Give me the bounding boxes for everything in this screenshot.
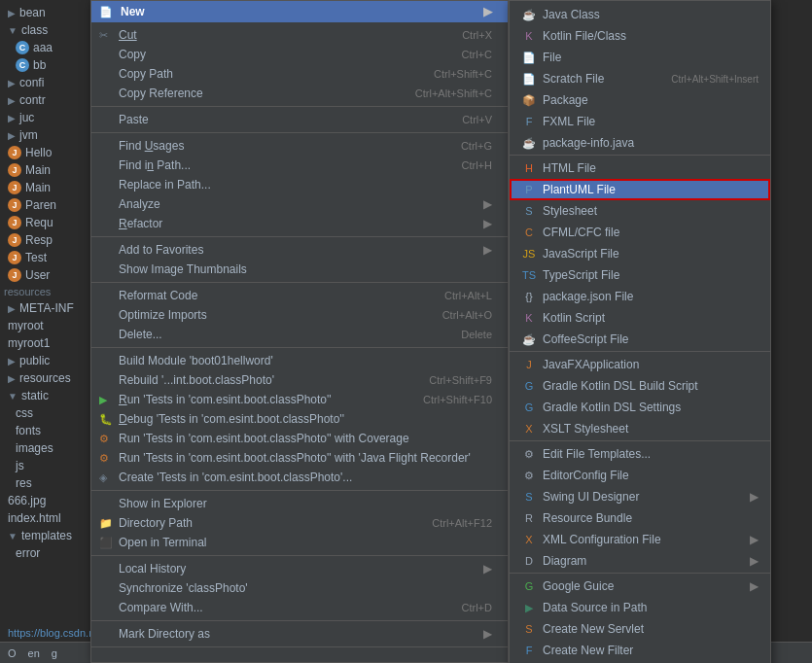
menu-item-delete[interactable]: Delete... Delete <box>91 325 508 344</box>
sidebar-item-user[interactable]: J User <box>0 266 97 284</box>
sidebar-item-js[interactable]: js <box>0 457 97 474</box>
sidebar-item-images[interactable]: images <box>0 439 97 457</box>
sidebar-label-confi: confi <box>19 76 44 89</box>
right-item-diagram[interactable]: D Diagram ▶ <box>510 550 770 574</box>
menu-item-copy-reference[interactable]: Copy Reference Ctrl+Alt+Shift+C <box>91 84 508 103</box>
menu-item-optimize[interactable]: Optimize Imports Ctrl+Alt+O <box>91 305 508 325</box>
menu-item-run-tests[interactable]: ▶ Run 'Tests in 'com.esint.boot.classPho… <box>91 390 508 409</box>
menu-item-run-coverage[interactable]: ⚙ Run 'Tests in 'com.esint.boot.classPho… <box>91 429 508 448</box>
menu-item-show-explorer[interactable]: Show in Explorer <box>91 494 508 513</box>
right-item-json-file[interactable]: {} package.json File <box>510 286 770 307</box>
sidebar-item-static[interactable]: ▼ static <box>0 387 97 404</box>
menu-item-analyze[interactable]: Analyze ▶ <box>91 194 508 214</box>
right-item-javafx[interactable]: J JavaFXApplication <box>510 354 770 375</box>
right-item-plantuml-file[interactable]: P PlantUML File <box>510 179 770 200</box>
menu-item-replace-in-path[interactable]: Replace in Path... <box>91 175 508 194</box>
menu-item-cut[interactable]: ✂ Cut Ctrl+X <box>91 25 508 45</box>
menu-item-compare-with[interactable]: Compare With... Ctrl+D <box>91 598 508 617</box>
cut-icon: ✂ <box>99 29 108 42</box>
menu-item-add-favorites[interactable]: Add to Favorites ▶ <box>91 240 508 260</box>
sidebar-item-contr[interactable]: ▶ contr <box>0 91 97 109</box>
sidebar-item-juc[interactable]: ▶ juc <box>0 109 97 126</box>
sidebar-item-myroot1[interactable]: myroot1 <box>0 334 97 352</box>
right-item-gradle-build[interactable]: G Gradle Kotlin DSL Build Script <box>510 375 770 397</box>
right-item-gradle-settings[interactable]: G Gradle Kotlin DSL Settings <box>510 397 770 418</box>
sidebar-item-index[interactable]: index.html <box>0 509 97 527</box>
sidebar-item-test[interactable]: J Test <box>0 249 97 266</box>
sidebar-item-meta-inf[interactable]: ▶ META-INF <box>0 299 97 317</box>
sidebar-item-666[interactable]: 666.jpg <box>0 492 97 509</box>
right-item-kotlin-script[interactable]: K Kotlin Script <box>510 307 770 329</box>
sidebar-item-bean[interactable]: ▶ bean <box>0 4 97 21</box>
right-item-cfml[interactable]: C CFML/CFC file <box>510 222 770 243</box>
menu-item-debug-tests[interactable]: 🐛 Debug 'Tests in 'com.esint.boot.classP… <box>91 409 508 429</box>
sidebar-item-fonts[interactable]: fonts <box>0 422 97 439</box>
right-item-stylesheet[interactable]: S Stylesheet <box>510 200 770 222</box>
filter-icon: F <box>521 643 537 658</box>
menu-item-run-flight[interactable]: ⚙ Run 'Tests in 'com.esint.boot.classPho… <box>91 448 508 468</box>
menu-item-copy-path[interactable]: Copy Path Ctrl+Shift+C <box>91 64 508 84</box>
menu-item-new[interactable]: 📄 New ▶ <box>91 1 508 22</box>
menu-item-find-in-path[interactable]: Find in Path... Ctrl+H <box>91 156 508 175</box>
sidebar-item-res[interactable]: res <box>0 474 97 492</box>
right-item-edit-templates[interactable]: ⚙ Edit File Templates... <box>510 443 770 465</box>
right-item-kotlin-file[interactable]: K Kotlin File/Class <box>510 25 770 47</box>
menu-item-open-terminal[interactable]: ⬛ Open in Terminal <box>91 533 508 552</box>
menu-section-format: Reformat Code Ctrl+Alt+L Optimize Import… <box>91 283 508 348</box>
right-item-file[interactable]: 📄 File <box>510 47 770 68</box>
right-item-data-source[interactable]: ▶ Data Source in Path <box>510 597 770 618</box>
sidebar-item-myroot[interactable]: myroot <box>0 317 97 334</box>
kotlin-file-icon: K <box>521 28 537 44</box>
sidebar-item-class[interactable]: ▼ class <box>0 21 97 39</box>
right-item-java-class[interactable]: ☕ Java Class <box>510 4 770 25</box>
java-icon-paren: J <box>8 198 21 212</box>
right-item-js-file[interactable]: JS JavaScript File <box>510 243 770 264</box>
menu-item-reformat[interactable]: Reformat Code Ctrl+Alt+L <box>91 286 508 305</box>
right-item-coffee[interactable]: ☕ CoffeeScript File <box>510 329 770 352</box>
sidebar-item-jvm[interactable]: ▶ jvm <box>0 126 97 144</box>
sidebar-item-error[interactable]: error <box>0 544 97 562</box>
menu-item-paste[interactable]: Paste Ctrl+V <box>91 110 508 129</box>
right-item-create-filter[interactable]: F Create New Filter <box>510 640 770 661</box>
right-item-ts-file[interactable]: TS TypeScript File <box>510 264 770 286</box>
sidebar-item-hello[interactable]: J Hello <box>0 144 97 161</box>
right-item-editorconfig[interactable]: ⚙ EditorConfig File <box>510 465 770 486</box>
right-item-xslt[interactable]: X XSLT Stylesheet <box>510 418 770 441</box>
right-item-package[interactable]: 📦 Package <box>510 89 770 111</box>
sidebar-item-aaa[interactable]: C aaa <box>0 39 97 56</box>
menu-item-refactor[interactable]: Refactor ▶ <box>91 214 508 233</box>
sidebar-item-main[interactable]: J Main <box>0 161 97 179</box>
right-item-package-info[interactable]: ☕ package-info.java <box>510 132 770 156</box>
right-item-swing-ui[interactable]: S Swing UI Designer ▶ <box>510 486 770 507</box>
right-item-xml-config[interactable]: X XML Configuration File ▶ <box>510 529 770 550</box>
sidebar-item-bb[interactable]: C bb <box>0 56 97 74</box>
sidebar-item-css[interactable]: css <box>0 404 97 422</box>
sidebar-label-666: 666.jpg <box>8 494 46 507</box>
right-item-resource-bundle[interactable]: R Resource Bundle <box>510 507 770 529</box>
menu-item-create-tests[interactable]: ◈ Create 'Tests in 'com.esint.boot.class… <box>91 468 508 487</box>
menu-item-rebuild[interactable]: Rebuild '...int.boot.classPhoto' Ctrl+Sh… <box>91 370 508 390</box>
sidebar-item-confi[interactable]: ▶ confi <box>0 74 97 91</box>
right-item-html-file[interactable]: H HTML File <box>510 157 770 179</box>
sidebar-item-requ[interactable]: J Requ <box>0 214 97 231</box>
right-item-scratch-file[interactable]: 📄 Scratch File Ctrl+Alt+Shift+Insert <box>510 68 770 89</box>
sidebar-item-mainc[interactable]: J Main <box>0 179 97 196</box>
menu-item-show-image[interactable]: Show Image Thumbnails <box>91 260 508 279</box>
menu-item-local-history[interactable]: Local History ▶ <box>91 559 508 578</box>
sidebar-item-resources2[interactable]: ▶ resources <box>0 369 97 387</box>
menu-item-mark-directory[interactable]: Mark Directory as ▶ <box>91 624 508 644</box>
menu-item-synchronize[interactable]: Synchronize 'classPhoto' <box>91 578 508 598</box>
menu-item-directory-path[interactable]: 📁 Directory Path Ctrl+Alt+F12 <box>91 513 508 533</box>
sidebar-item-resp[interactable]: J Resp <box>0 231 97 249</box>
sidebar-label-aaa: aaa <box>33 41 53 54</box>
sidebar-item-public[interactable]: ▶ public <box>0 352 97 369</box>
menu-item-find-usages[interactable]: Find Usages Ctrl+G <box>91 136 508 156</box>
right-item-fxml[interactable]: F FXML File <box>510 111 770 132</box>
sidebar-item-paren[interactable]: J Paren <box>0 196 97 214</box>
right-item-create-servlet[interactable]: S Create New Servlet <box>510 618 770 640</box>
menu-item-build-module[interactable]: Build Module 'boot01hellword' <box>91 351 508 370</box>
javafx-icon: J <box>521 357 537 372</box>
sidebar-item-templates[interactable]: ▼ templates <box>0 527 97 544</box>
menu-item-copy[interactable]: Copy Ctrl+C <box>91 45 508 64</box>
right-item-google-guice[interactable]: G Google Guice ▶ <box>510 576 770 597</box>
